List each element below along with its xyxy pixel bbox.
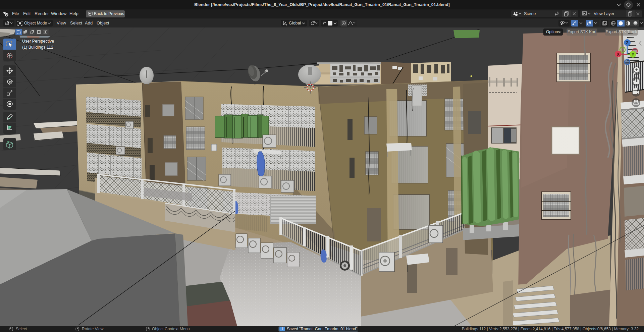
svg-text:Y: Y: [632, 52, 634, 57]
svg-text:X: X: [617, 52, 620, 57]
svg-text:Z: Z: [626, 41, 628, 45]
